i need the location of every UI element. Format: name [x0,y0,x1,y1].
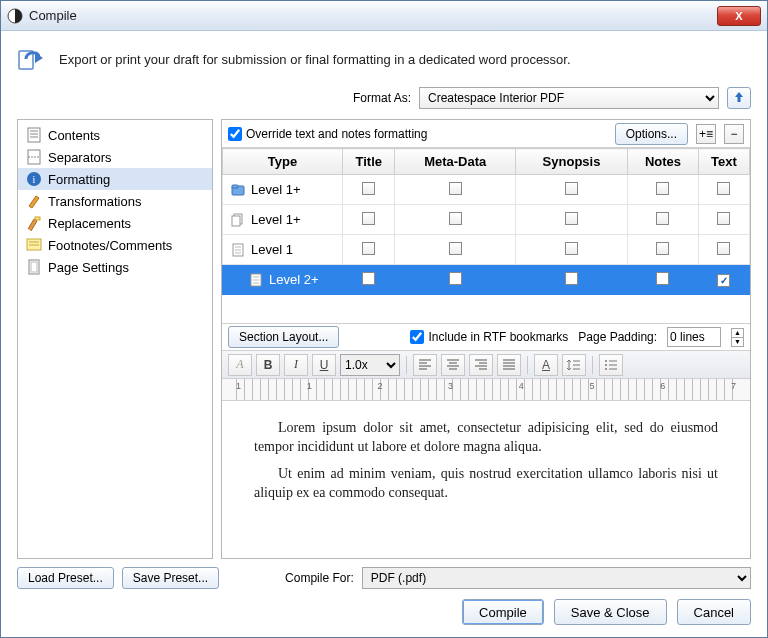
sidebar-item-page-settings[interactable]: Page Settings [18,256,212,278]
cell-checkbox[interactable] [362,272,375,285]
cell-checkbox[interactable] [362,182,375,195]
close-button[interactable]: X [717,6,761,26]
load-preset-button[interactable]: Load Preset... [17,567,114,589]
col-meta[interactable]: Meta-Data [395,149,515,175]
cell-checkbox[interactable] [565,212,578,225]
cell-checkbox[interactable] [656,212,669,225]
options-button[interactable]: Options... [615,123,688,145]
underline-button[interactable]: U [312,354,336,376]
align-center-icon [445,357,461,373]
table-row[interactable]: Level 1+ [223,175,750,205]
align-right-icon [473,357,489,373]
font-button[interactable]: A [228,354,252,376]
col-title[interactable]: Title [343,149,395,175]
save-close-button[interactable]: Save & Close [554,599,667,625]
cell-checkbox[interactable] [449,242,462,255]
svg-point-48 [605,364,607,366]
section-layout-button[interactable]: Section Layout... [228,326,339,348]
cell-checkbox[interactable] [449,182,462,195]
col-notes[interactable]: Notes [628,149,699,175]
cell-checkbox[interactable] [656,182,669,195]
col-type[interactable]: Type [223,149,343,175]
compile-for-select[interactable]: PDF (.pdf) [362,567,751,589]
underline-icon: U [320,358,329,372]
cell-checkbox[interactable] [717,212,730,225]
replacements-icon [26,215,42,231]
action-row: Compile Save & Close Cancel [17,599,751,625]
compile-for-label: Compile For: [285,571,354,585]
separators-icon [26,149,42,165]
align-left-icon [417,357,433,373]
close-icon: X [735,10,742,22]
override-checkbox[interactable] [228,127,242,141]
align-justify-icon [501,357,517,373]
italic-button[interactable]: I [284,354,308,376]
editor-paragraph: Lorem ipsum dolor sit amet, consectetur … [254,419,718,457]
svg-text:i: i [33,174,36,185]
transformations-icon [26,193,42,209]
align-justify-button[interactable] [497,354,521,376]
align-left-button[interactable] [413,354,437,376]
zoom-select[interactable]: 1.0x [340,354,400,376]
cell-checkbox[interactable] [449,272,462,285]
include-rtf-checkbox[interactable] [410,330,424,344]
cell-checkbox[interactable] [565,182,578,195]
table-row[interactable]: Level 2+ [223,265,750,295]
align-center-button[interactable] [441,354,465,376]
sidebar-item-separators[interactable]: Separators [18,146,212,168]
row-icon [231,213,245,227]
format-as-row: Format As: Createspace Interior PDF [1,83,767,119]
page-settings-icon [26,259,42,275]
cell-checkbox[interactable] [565,272,578,285]
cell-checkbox[interactable] [449,212,462,225]
add-level-button[interactable]: +≡ [696,124,716,144]
body: Contents Separators i Formatting Transfo… [1,119,767,559]
override-checkbox-label[interactable]: Override text and notes formatting [228,127,427,141]
sidebar-item-contents[interactable]: Contents [18,124,212,146]
text-color-button[interactable]: A [534,354,558,376]
compile-dialog: Compile X Export or print your draft for… [0,0,768,638]
remove-level-button[interactable]: − [724,124,744,144]
align-right-button[interactable] [469,354,493,376]
format-as-select[interactable]: Createspace Interior PDF [419,87,719,109]
sidebar-item-transformations[interactable]: Transformations [18,190,212,212]
cell-checkbox[interactable] [656,272,669,285]
include-rtf-label[interactable]: Include in RTF bookmarks [410,330,568,344]
cell-checkbox[interactable] [362,242,375,255]
bold-button[interactable]: B [256,354,280,376]
editor-surface[interactable]: Lorem ipsum dolor sit amet, consectetur … [222,401,750,558]
cell-checkbox[interactable] [717,242,730,255]
cell-checkbox[interactable] [565,242,578,255]
plus-minus-icon: +≡ [699,127,713,141]
sidebar-item-label: Formatting [48,172,110,187]
table-header-row: Type Title Meta-Data Synopsis Notes Text [223,149,750,175]
list-button[interactable] [599,354,623,376]
cancel-button[interactable]: Cancel [677,599,751,625]
sidebar-item-footnotes[interactable]: Footnotes/Comments [18,234,212,256]
save-preset-button[interactable]: Save Preset... [122,567,219,589]
sidebar-item-label: Replacements [48,216,131,231]
sidebar-item-formatting[interactable]: i Formatting [18,168,212,190]
col-text[interactable]: Text [698,149,749,175]
titlebar: Compile X [1,1,767,31]
section-row: Section Layout... Include in RTF bookmar… [222,323,750,351]
table-row[interactable]: Level 1+ [223,205,750,235]
page-padding-input[interactable] [667,327,721,347]
line-spacing-button[interactable] [562,354,586,376]
compile-button[interactable]: Compile [462,599,544,625]
sidebar-item-label: Transformations [48,194,141,209]
svg-rect-19 [232,216,240,226]
description-row: Export or print your draft for submissio… [1,31,767,83]
table-row[interactable]: Level 1 [223,235,750,265]
footnotes-icon [26,237,42,253]
sidebar-item-replacements[interactable]: Replacements [18,212,212,234]
format-as-label: Format As: [353,91,411,105]
cell-checkbox[interactable] [362,212,375,225]
stepper-icon[interactable]: ▲ ▼ [731,328,744,347]
ruler[interactable]: 11234567 [222,379,750,401]
cell-checkbox[interactable] [656,242,669,255]
col-synopsis[interactable]: Synopsis [515,149,627,175]
save-format-button[interactable] [727,87,751,109]
cell-checkbox[interactable] [717,274,730,287]
cell-checkbox[interactable] [717,182,730,195]
